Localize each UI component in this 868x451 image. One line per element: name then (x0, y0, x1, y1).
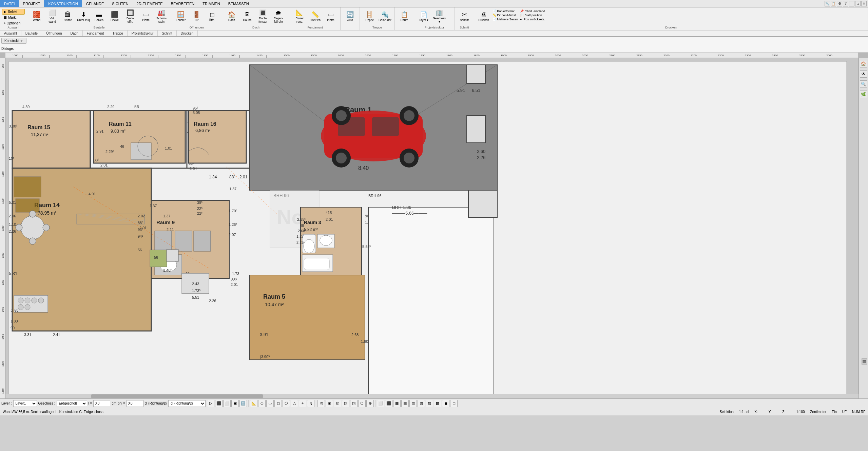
menu-minimize[interactable]: — (849, 1, 854, 6)
konstruktion-tab-button[interactable]: Konstruktion (1, 38, 26, 44)
regenfallrohr-label: Regen-fallrohr (272, 17, 285, 23)
wand-button[interactable]: 🧱 Wand (29, 9, 44, 24)
decke-button[interactable]: ⬛ Decke (107, 9, 122, 24)
platte-fund-button[interactable]: ▭ Platte (323, 9, 338, 24)
menu-2delemente[interactable]: 2D-ELEMENTE (133, 0, 167, 7)
snap-7[interactable]: ⊕ (366, 400, 374, 407)
oeffn-button[interactable]: ◻ Öffn. (205, 9, 219, 24)
menu-close[interactable]: ✕ (861, 1, 867, 6)
drucken-button[interactable]: 🖨 Drucken (476, 9, 491, 24)
right-panel-eye[interactable]: 👁 (860, 70, 867, 78)
snap-6[interactable]: ⬡ (358, 400, 366, 407)
draw-mode-2[interactable]: ⬛ (215, 400, 223, 407)
mark-button[interactable]: ☰ Mark. (2, 15, 25, 20)
menu-projekt[interactable]: PROJEKT (19, 0, 44, 7)
view-10[interactable]: ◻ (450, 400, 458, 407)
auto-button[interactable]: 🔄 Auto (343, 9, 358, 24)
view-4[interactable]: ▤ (401, 400, 409, 407)
menu-sichten[interactable]: SICHTEN (108, 0, 132, 7)
menu-icon-clipboard[interactable]: 📋 (831, 1, 836, 6)
schornstein-button[interactable]: 🏭 Schorn-stein (154, 9, 169, 24)
dl-dropdown[interactable]: dl (Richtung/Di (168, 400, 206, 407)
draw-mode-5[interactable]: 🔠 (239, 400, 247, 407)
draw-mode-3[interactable]: ⬜ (223, 400, 231, 407)
menu-gelaende[interactable]: GELÄNDE (82, 0, 108, 7)
right-panel-home[interactable]: 🏠 (860, 60, 867, 67)
draw-mode-1[interactable]: ▷ (207, 400, 214, 407)
streifen-button[interactable]: 📏 Strei-fen (308, 9, 323, 24)
view-2[interactable]: ⬛ (385, 400, 392, 407)
gaube-button[interactable]: 🏚 Gaube (240, 9, 255, 24)
snap-2[interactable]: ▣ (326, 400, 333, 407)
toolbar-schnitt-group: ✂ Schnitt Schnitt (455, 7, 474, 30)
l-input[interactable] (93, 400, 110, 407)
view-1[interactable]: ⬜ (377, 400, 384, 407)
view-3[interactable]: ▦ (393, 400, 401, 407)
snap-5[interactable]: ◳ (350, 400, 358, 407)
draw-tool-6[interactable]: △ (291, 400, 298, 407)
menu-icon-help[interactable]: ? (843, 1, 848, 6)
layer-dropdown[interactable]: Layer1 (13, 400, 37, 407)
regenfallrohr-button[interactable]: 🌧 Regen-fallrohr (271, 9, 286, 24)
snap-4[interactable]: ◲ (342, 400, 349, 407)
right-panel-search[interactable]: 🔍 (860, 80, 867, 88)
view-8[interactable]: ▩ (434, 400, 441, 407)
svg-text:2050: 2050 (582, 54, 588, 57)
scrollbar-horizontal[interactable] (5, 394, 863, 398)
draw-tool-3[interactable]: ▭ (266, 400, 274, 407)
selekt-button[interactable]: ▶ Selekt (2, 9, 25, 15)
snap-3[interactable]: ◱ (334, 400, 341, 407)
deckoeffn-button[interactable]: 🔲 Deck-öffn. (123, 9, 138, 24)
virt-wand-button[interactable]: ⬜ Virt. Wand (45, 9, 60, 24)
draw-tool-4[interactable]: ◻ (274, 400, 282, 407)
schnitt-button[interactable]: ✂ Schnitt (457, 9, 472, 24)
layer-button[interactable]: 📄 Layer ▾ (416, 9, 431, 24)
right-panel-vertical-label[interactable]: ||| (862, 358, 867, 365)
pos-zuruck-button[interactable]: ↩ Pos zurücksetz. (520, 18, 546, 21)
menu-datei[interactable]: DATEI (0, 0, 19, 7)
einzel-fund-button[interactable]: 📐 Einzel Fund. (292, 9, 307, 24)
balken-button[interactable]: ▬ Balken (92, 9, 107, 24)
treppe-button[interactable]: 🪜 Treppe (362, 9, 377, 24)
blatt-position-button[interactable]: 📋 Blatt position. (520, 14, 546, 17)
dachfenster-button[interactable]: 🔳 Dach-fenster (255, 9, 270, 24)
draw-tool-8[interactable]: N (307, 400, 314, 407)
scroll-thumb-horizontal[interactable] (91, 394, 263, 398)
view-5[interactable]: ▥ (409, 400, 417, 407)
menu-maximize[interactable]: □ (855, 1, 861, 6)
dach-button[interactable]: 🏠 Dach (224, 9, 239, 24)
platte-button[interactable]: ▭ Platte (138, 9, 153, 24)
menu-bemassen[interactable]: BEMASSEN (224, 0, 253, 7)
view-9[interactable]: ◼ (442, 400, 449, 407)
svg-text:46: 46 (120, 144, 124, 149)
menu-icon-gear[interactable]: ⚙ (837, 1, 842, 6)
tuer-button[interactable]: 🚪 Tür (189, 9, 204, 24)
unterzug-button[interactable]: ⬇ Unter-zuq (76, 9, 91, 24)
menu-bearbeiten[interactable]: BEARBEITEN (167, 0, 199, 7)
raender-button[interactable]: 📌 Ränd. einblend. (520, 9, 546, 13)
einheit-button[interactable]: 📏 Einheit/Maßst. (493, 14, 518, 17)
menu-trimmen[interactable]: TRIMMEN (198, 0, 224, 7)
gelaender-button[interactable]: 🔩 Gelän-der (378, 9, 392, 24)
snap-1[interactable]: ◰ (317, 400, 325, 407)
floor-plan-area[interactable]: Raum 1 49,21 m² 5.91 6.51 2.60 2.26 8.40 (5, 58, 858, 398)
view-6[interactable]: ▧ (418, 400, 425, 407)
draw-tool-7[interactable]: ⌖ (299, 400, 306, 407)
geschoss-dropdown[interactable]: Erdgeschoß (57, 400, 87, 407)
menu-icon-settings[interactable]: 🔧 (825, 1, 830, 6)
raum-button[interactable]: 📋 Raum (397, 9, 412, 24)
mehrere-seiten-button[interactable]: 📄 Mehrere Seiten (493, 18, 518, 21)
fenster-button[interactable]: 🪟 Fenster (173, 9, 188, 24)
papierformat-button[interactable]: 📄 Papierformat (493, 9, 518, 13)
view-7[interactable]: ▨ (426, 400, 433, 407)
phi-input[interactable] (127, 400, 143, 407)
draw-tool-5[interactable]: ⬠ (283, 400, 290, 407)
draw-tool-1[interactable]: 📐 (250, 400, 257, 407)
stutze-button[interactable]: 🏛 Stütze (60, 9, 75, 24)
geschoss-button[interactable]: 🏢 Geschoss ▾ (432, 9, 447, 24)
draw-tool-2[interactable]: ◇ (258, 400, 266, 407)
menu-konstruktion[interactable]: KONSTRUKTION (44, 0, 82, 7)
draw-mode-4[interactable]: ▣ (231, 400, 239, 407)
schnitt-label: Schnitt (460, 18, 469, 22)
right-panel-tree[interactable]: 🌿 (860, 91, 867, 98)
